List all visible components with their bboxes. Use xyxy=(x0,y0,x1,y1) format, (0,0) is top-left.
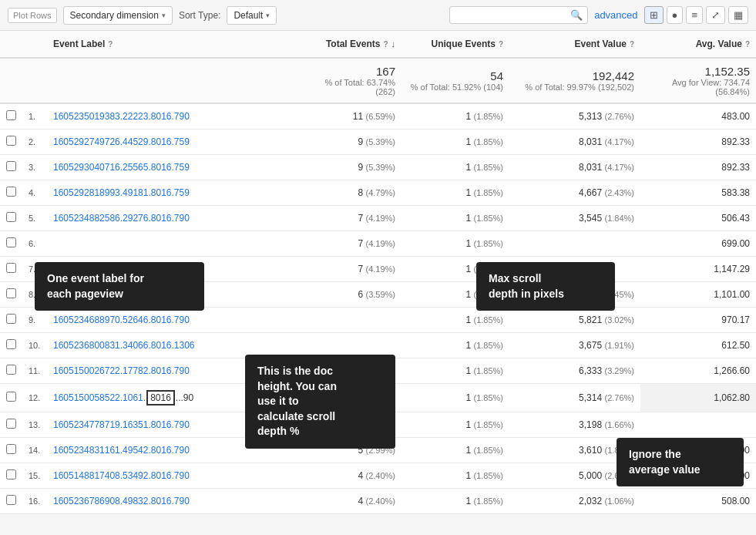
row-unique-events: 1 (1.85%) xyxy=(402,103,509,130)
row-unique-events: 1 (1.85%) xyxy=(402,412,509,438)
row-avg-value: 583.38 xyxy=(640,180,756,206)
header-total-events[interactable]: Total Events ? ↓ xyxy=(301,31,402,58)
summary-event-value: 192,442 % of Total: 99.97% (192,502) xyxy=(509,58,640,103)
row-checkbox[interactable] xyxy=(0,206,22,231)
help-icon-unique-events[interactable]: ? xyxy=(499,40,503,49)
help-icon-event-value[interactable]: ? xyxy=(630,40,634,49)
view-icon-list[interactable]: ≡ xyxy=(686,6,703,24)
table-row: 6.7 (4.19%)1 (1.85%)699.00 xyxy=(0,231,756,257)
row-checkbox[interactable] xyxy=(0,333,22,358)
row-total-events: 4 (2.40%) xyxy=(301,489,402,514)
row-number: 11. xyxy=(22,358,47,384)
table-wrapper: Event Label ? Total Events ? ↓ Unique Ev… xyxy=(0,31,756,514)
header-event-value: Event Value ? xyxy=(509,31,640,58)
advanced-link[interactable]: advanced xyxy=(594,9,637,21)
chevron-down-icon-sort: ▾ xyxy=(266,12,270,19)
row-total-events: 7 (4.19%) xyxy=(301,257,402,282)
row-event-value: 3,198 (1.66%) xyxy=(509,412,640,438)
row-label: 1605236786908.49832.8016.790 xyxy=(47,489,301,514)
row-checkbox[interactable] xyxy=(0,438,22,463)
plot-rows-button[interactable]: Plot Rows xyxy=(8,8,57,23)
row-number: 2. xyxy=(22,130,47,155)
row-event-value: 5,313 (2.76%) xyxy=(509,103,640,130)
header-event-label: Event Label ? xyxy=(47,31,301,58)
summary-row: 167 % of Total: 63.74% (262) 54 % of Tot… xyxy=(0,58,756,103)
row-checkbox[interactable] xyxy=(0,130,22,155)
row-number: 16. xyxy=(22,489,47,514)
sort-default-label: Default xyxy=(234,10,263,21)
row-unique-events: 1 (1.85%) xyxy=(402,333,509,358)
table-row: 3.1605293040716.25565.8016.7599 (5.39%)1… xyxy=(0,155,756,180)
row-unique-events: 1 (1.85%) xyxy=(402,231,509,257)
row-label: 1605292818993.49181.8016.759 xyxy=(47,180,301,206)
row-number: 6. xyxy=(22,231,47,257)
view-icon-pie[interactable]: ● xyxy=(667,6,684,24)
row-number: 9. xyxy=(22,308,47,333)
sort-default-dropdown[interactable]: Default ▾ xyxy=(227,6,277,25)
summary-total-events: 167 % of Total: 63.74% (262) xyxy=(301,58,402,103)
row-avg-value: 483.00 xyxy=(640,103,756,130)
row-number: 5. xyxy=(22,206,47,231)
view-icon-expand[interactable]: ⤢ xyxy=(706,6,725,24)
chevron-down-icon: ▾ xyxy=(162,12,166,19)
view-icon-table[interactable]: ▦ xyxy=(728,6,748,24)
tooltip-doc-height: This is the docheight. You canuse it toc… xyxy=(245,355,395,449)
row-event-value: 5,314 (2.76%) xyxy=(509,384,640,412)
row-total-events: 8 (4.79%) xyxy=(301,180,402,206)
row-checkbox[interactable] xyxy=(0,384,22,412)
row-checkbox[interactable] xyxy=(0,463,22,489)
row-event-value: 8,031 (4.17%) xyxy=(509,130,640,155)
help-icon-event-label[interactable]: ? xyxy=(108,40,113,49)
row-unique-events: 1 (1.85%) xyxy=(402,155,509,180)
header-avg-value: Avg. Value ? xyxy=(640,31,756,58)
row-checkbox[interactable] xyxy=(0,358,22,384)
row-label xyxy=(47,231,301,257)
row-event-value: 3,675 (1.91%) xyxy=(509,333,640,358)
row-checkbox[interactable] xyxy=(0,308,22,333)
row-number: 12. xyxy=(22,384,47,412)
view-icons: ⊞ ● ≡ ⤢ ▦ xyxy=(644,6,748,24)
secondary-dimension-dropdown[interactable]: Secondary dimension ▾ xyxy=(63,6,173,25)
row-checkbox[interactable] xyxy=(0,155,22,180)
row-label: 1605292749726.44529.8016.759 xyxy=(47,130,301,155)
row-checkbox[interactable] xyxy=(0,231,22,257)
row-avg-value: 1,266.60 xyxy=(640,358,756,384)
toolbar: Plot Rows Secondary dimension ▾ Sort Typ… xyxy=(0,0,756,31)
row-event-value: 4,667 (2.43%) xyxy=(509,180,640,206)
row-unique-events: 1 (1.85%) xyxy=(402,463,509,489)
row-unique-events: 1 (1.85%) xyxy=(402,384,509,412)
view-icon-grid[interactable]: ⊞ xyxy=(644,6,664,24)
sort-type-label: Sort Type: xyxy=(179,10,220,21)
help-icon-total-events[interactable]: ? xyxy=(383,40,388,49)
row-number: 1. xyxy=(22,103,47,130)
help-icon-avg-value[interactable]: ? xyxy=(745,40,750,49)
summary-unique-events: 54 % of Total: 51.92% (104) xyxy=(402,58,509,103)
row-total-events xyxy=(301,308,402,333)
row-event-value: 3,545 (1.84%) xyxy=(509,206,640,231)
search-icon[interactable]: 🔍 xyxy=(570,9,583,21)
row-avg-value: 1,147.29 xyxy=(640,257,756,282)
row-label: 1605234688970.52646.8016.790 xyxy=(47,308,301,333)
row-label: 1605148817408.53492.8016.790 xyxy=(47,463,301,489)
row-checkbox[interactable] xyxy=(0,103,22,130)
row-event-value: 6,333 (3.29%) xyxy=(509,358,640,384)
row-checkbox[interactable] xyxy=(0,257,22,282)
row-checkbox[interactable] xyxy=(0,180,22,206)
header-checkbox xyxy=(0,31,22,58)
row-avg-value: 970.17 xyxy=(640,308,756,333)
row-avg-value: 699.00 xyxy=(640,231,756,257)
row-checkbox[interactable] xyxy=(0,282,22,308)
row-total-events: 7 (4.19%) xyxy=(301,231,402,257)
row-avg-value: 1,101.00 xyxy=(640,282,756,308)
row-total-events: 6 (3.59%) xyxy=(301,282,402,308)
header-num xyxy=(22,31,47,58)
secondary-dimension-label: Secondary dimension xyxy=(70,10,159,21)
row-checkbox[interactable] xyxy=(0,412,22,438)
table-row: 16.1605236786908.49832.8016.7904 (2.40%)… xyxy=(0,489,756,514)
search-input[interactable] xyxy=(455,10,567,21)
highlighted-value: 8016 xyxy=(146,390,175,405)
row-checkbox[interactable] xyxy=(0,489,22,514)
row-unique-events: 1 (1.85%) xyxy=(402,308,509,333)
row-total-events: 9 (5.39%) xyxy=(301,155,402,180)
row-label: 1605293040716.25565.8016.759 xyxy=(47,155,301,180)
